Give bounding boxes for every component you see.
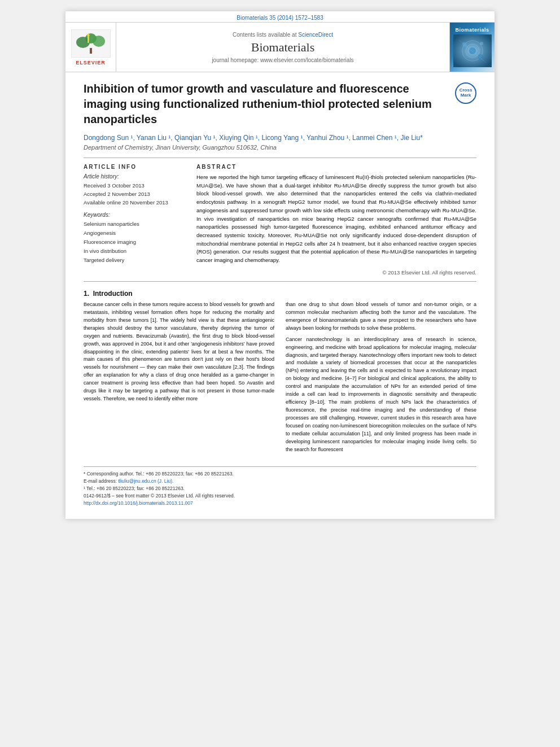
journal-title-banner: Biomaterials xyxy=(251,40,314,55)
article-title-block: CrossMark Inhibition of tumor growth and… xyxy=(84,81,476,127)
intro-section: 1. Introduction Because cancer cells in … xyxy=(84,290,476,457)
history-label: Article history: xyxy=(84,173,185,180)
footnote-issn: 0142-9612/$ – see front matter © 2013 El… xyxy=(84,492,476,500)
journal-ref: Biomaterials 35 (2014) 1572–1583 xyxy=(65,11,495,22)
affiliation: Department of Chemistry, Jinan Universit… xyxy=(84,144,476,151)
svg-point-3 xyxy=(93,36,105,47)
elsevier-logo-img xyxy=(71,29,111,58)
crossmark-badge: CrossMark xyxy=(455,82,476,104)
cover-image xyxy=(453,34,492,67)
footnote-email-link[interactable]: tliuliu@jnu.edu.cn (J. Liu). xyxy=(118,478,173,484)
svg-rect-5 xyxy=(88,34,89,43)
keywords-list: Selenium nanoparticles Angiogenesis Fluo… xyxy=(84,220,185,265)
article-dates: Received 3 October 2013 Accepted 2 Novem… xyxy=(84,181,185,207)
intro-heading: 1. Introduction xyxy=(84,290,476,298)
journal-center: Contents lists available at ScienceDirec… xyxy=(116,23,449,72)
journal-banner: ELSEVIER Contents lists available at Sci… xyxy=(65,22,495,72)
intro-right-para1: than one drug to shut down blood vessels… xyxy=(286,301,476,333)
article-title: Inhibition of tumor growth and vasculatu… xyxy=(84,81,476,127)
intro-right-para2: Cancer nanotechnology is an interdiscipl… xyxy=(286,336,476,454)
article-content: CrossMark Inhibition of tumor growth and… xyxy=(65,72,495,519)
svg-point-12 xyxy=(478,54,483,60)
keywords-label: Keywords: xyxy=(84,212,185,218)
divider-1 xyxy=(84,158,476,158)
svg-rect-4 xyxy=(90,48,92,54)
biomaterials-img-label: Biomaterials xyxy=(455,27,489,33)
intro-left-para: Because cancer cells in these tumors req… xyxy=(84,301,274,403)
footnote-doi: http://dx.doi.org/10.1016/j.biomaterials… xyxy=(84,500,476,507)
divider-2 xyxy=(84,281,476,282)
abstract-col: ABSTRACT Here we reported the high tumor… xyxy=(196,164,476,276)
page: Biomaterials 35 (2014) 1572–1583 EL xyxy=(65,11,495,519)
science-direct-line: Contents lists available at ScienceDirec… xyxy=(233,32,333,38)
footnote-area: * Corresponding author. Tel.: +86 20 852… xyxy=(84,466,476,508)
footnote-email: E-mail address: tliuliu@jnu.edu.cn (J. L… xyxy=(84,478,476,485)
doi-link[interactable]: http://dx.doi.org/10.1016/j.biomaterials… xyxy=(84,500,193,506)
svg-point-13 xyxy=(480,42,483,45)
footnote-tel: ¹ Tel.: +86 20 85220223; fax: +86 20 852… xyxy=(84,485,476,492)
elsevier-text: ELSEVIER xyxy=(76,60,106,65)
intro-body-cols: Because cancer cells in these tumors req… xyxy=(84,301,476,457)
journal-homepage: journal homepage: www.elsevier.com/locat… xyxy=(212,57,353,63)
intro-left-col: Because cancer cells in these tumors req… xyxy=(84,301,274,457)
abstract-heading: ABSTRACT xyxy=(196,164,476,170)
abstract-text: Here we reported the high tumor targetin… xyxy=(196,173,476,265)
elsevier-logo: ELSEVIER xyxy=(65,23,116,72)
footnote-corresponding: * Corresponding author. Tel.: +86 20 852… xyxy=(84,470,476,478)
crossmark-circle: CrossMark xyxy=(455,82,476,104)
sciencedirect-link[interactable]: ScienceDirect xyxy=(298,32,333,38)
info-abstract-cols: ARTICLE INFO Article history: Received 3… xyxy=(84,164,476,276)
article-info-col: ARTICLE INFO Article history: Received 3… xyxy=(84,164,185,276)
copyright-line: © 2013 Elsevier Ltd. All rights reserved… xyxy=(196,269,476,276)
authors-line: Dongdong Sun ¹, Yanan Liu ¹, Qianqian Yu… xyxy=(84,134,476,142)
intro-right-col: than one drug to shut down blood vessels… xyxy=(286,301,476,457)
article-info-heading: ARTICLE INFO xyxy=(84,164,185,170)
journal-right-image: Biomaterials xyxy=(449,23,495,72)
